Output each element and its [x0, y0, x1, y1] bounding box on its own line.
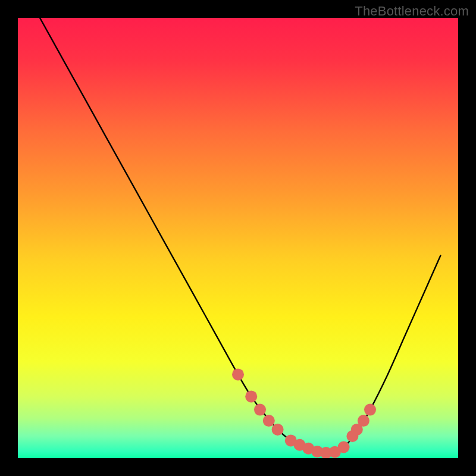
data-point: [364, 404, 376, 416]
data-point: [272, 424, 284, 436]
plot-area: [18, 18, 458, 458]
data-point: [263, 415, 275, 427]
chart-background: [18, 18, 458, 458]
chart-svg: [18, 18, 458, 458]
data-point: [358, 415, 369, 427]
data-point: [232, 368, 244, 380]
data-point: [254, 404, 266, 416]
watermark-text: TheBottleneck.com: [355, 4, 469, 19]
data-point: [338, 441, 350, 453]
data-point: [245, 390, 257, 402]
chart-frame: TheBottleneck.com: [0, 0, 476, 476]
